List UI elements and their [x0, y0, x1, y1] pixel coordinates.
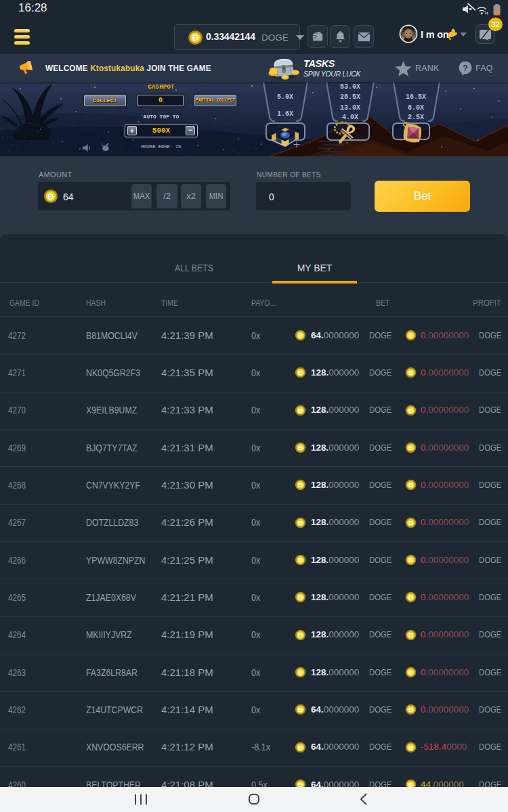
svg-text:Đ: Đ — [408, 744, 413, 751]
svg-text:4.0X: 4.0X — [342, 114, 358, 121]
svg-text:5.0X: 5.0X — [277, 93, 293, 101]
svg-text:16.5X: 16.5X — [406, 93, 426, 101]
svg-text:Đ: Đ — [408, 444, 413, 451]
svg-text:Đ: Đ — [298, 369, 303, 376]
svg-text:Đ: Đ — [408, 369, 413, 376]
svg-text:Đ: Đ — [408, 631, 413, 639]
svg-text:2.5X: 2.5X — [408, 114, 424, 121]
svg-text:Đ: Đ — [298, 706, 303, 713]
svg-text:Đ: Đ — [298, 631, 303, 639]
svg-text:Đ: Đ — [408, 706, 413, 713]
svg-text:Đ: Đ — [298, 669, 303, 676]
svg-text:Đ: Đ — [298, 407, 303, 414]
svg-text:1.6X: 1.6X — [277, 110, 293, 118]
svg-text:13.0X: 13.0X — [340, 104, 360, 112]
svg-text:Đ: Đ — [192, 32, 199, 43]
svg-text:28.5X: 28.5X — [340, 93, 360, 101]
svg-text:Đ: Đ — [298, 593, 303, 601]
svg-text:Đ: Đ — [408, 593, 413, 601]
svg-text:Đ: Đ — [408, 556, 413, 564]
svg-text:Đ: Đ — [47, 191, 54, 202]
svg-text:8.0X: 8.0X — [408, 104, 424, 112]
svg-text:Đ: Đ — [408, 519, 413, 526]
svg-text:Đ: Đ — [408, 669, 413, 676]
svg-text:Đ: Đ — [298, 481, 303, 489]
svg-text:Đ: Đ — [408, 407, 413, 414]
svg-text:Đ: Đ — [298, 519, 303, 526]
svg-text:?: ? — [463, 64, 467, 73]
svg-text:Đ: Đ — [298, 332, 303, 339]
svg-text:Đ: Đ — [408, 481, 413, 489]
svg-text:Đ: Đ — [298, 744, 303, 751]
svg-text:Đ: Đ — [408, 332, 413, 339]
svg-text:Đ: Đ — [298, 444, 303, 451]
svg-text:Đ: Đ — [298, 556, 303, 564]
